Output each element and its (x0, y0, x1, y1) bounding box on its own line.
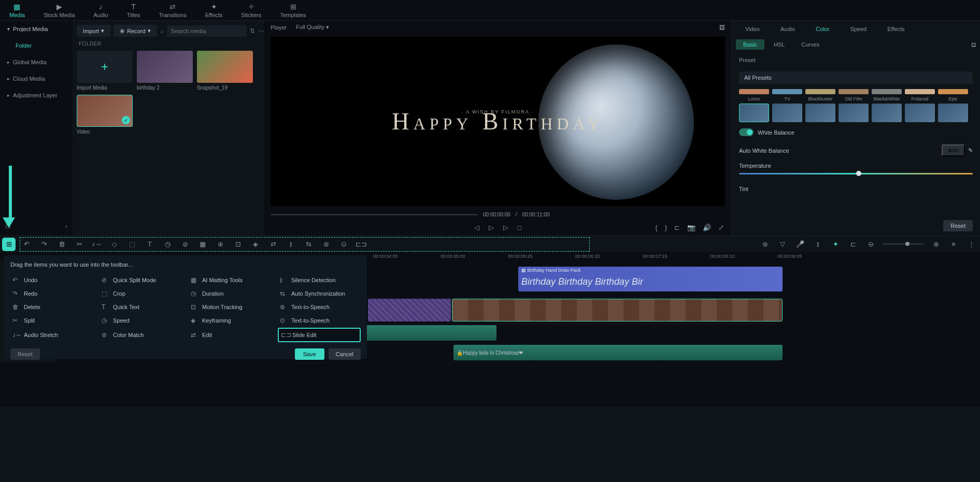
expand-icon[interactable]: ⊡ (971, 41, 976, 48)
camera-icon[interactable]: 📷 (687, 224, 695, 231)
preset-thumb[interactable] (938, 104, 968, 122)
edit-icon[interactable]: ⇄ (267, 239, 279, 250)
zoom-in-icon[interactable]: ⊕ (930, 239, 942, 250)
audio-clip-2[interactable]: 🔒 Happy kids In Christmas ❤ (453, 345, 783, 360)
popup-item-split[interactable]: ✂Split (10, 314, 93, 327)
mark-out-icon[interactable]: } (665, 224, 667, 231)
import-button[interactable]: Import ▾ (77, 25, 110, 37)
play-forward-icon[interactable]: ▷ (503, 224, 508, 231)
preset-dropdown[interactable]: All Presets (739, 71, 973, 84)
preset-thumb[interactable] (805, 104, 835, 122)
tab-effects[interactable]: Effects (878, 23, 914, 35)
swatch-tv[interactable] (772, 89, 802, 94)
quality-dropdown[interactable]: Full Quality ▾ (296, 24, 329, 31)
snapshot-icon[interactable]: 🖼 (719, 24, 725, 31)
popup-item-delete[interactable]: 🗑Delete (10, 301, 93, 313)
popup-item-stt[interactable]: ⊙Text-to-Speech (278, 314, 361, 327)
speed-icon[interactable]: ◷ (162, 239, 173, 250)
mic-icon[interactable]: 🎤 (794, 239, 806, 250)
media-import-tile[interactable]: + Import Media (77, 51, 133, 91)
popup-item-auto-sync[interactable]: ⇆Auto Synchronization (278, 287, 361, 300)
record-button[interactable]: ◉ Record ▾ (113, 25, 157, 37)
tab-color[interactable]: Color (806, 23, 839, 35)
tab-video[interactable]: Video (736, 23, 769, 35)
preset-thumb[interactable] (772, 104, 802, 122)
swatch-blockbuster[interactable] (805, 89, 835, 94)
marker-icon[interactable]: ▽ (777, 239, 788, 250)
mix-icon[interactable]: ⊛ (759, 239, 771, 250)
slide-edit-icon[interactable]: ⊏⊐ (356, 239, 367, 250)
subtab-basic[interactable]: Basic (736, 39, 764, 50)
zoom-out-icon[interactable]: ⊖ (865, 239, 876, 250)
folder-icon[interactable]: 🗀 (5, 223, 11, 230)
play-icon[interactable]: ▷ (489, 224, 494, 231)
color-match-icon[interactable]: ⊜ (179, 239, 191, 250)
collapse-icon[interactable]: ‹ (65, 223, 67, 230)
stop-icon[interactable]: □ (518, 224, 522, 231)
prev-frame-icon[interactable]: ◁ (474, 224, 479, 231)
reset-button[interactable]: Reset (943, 220, 973, 231)
tab-stock-media[interactable]: ▶Stock Media (34, 0, 84, 20)
swatch-epic[interactable] (938, 89, 968, 94)
ai-matting-icon[interactable]: ▦ (197, 239, 208, 250)
subtab-hsl[interactable]: HSL (766, 39, 792, 50)
customize-toolbar-button[interactable]: ⊞ (3, 239, 15, 250)
video-clip-purple[interactable] (368, 299, 451, 322)
popup-item-color-match[interactable]: ⊜Color Match (100, 328, 182, 342)
list-icon[interactable]: ≡ (948, 239, 959, 250)
popup-item-duration[interactable]: ◷Duration (189, 287, 272, 300)
popup-item-motion-tracking[interactable]: ⊡Motion Tracking (189, 301, 272, 313)
tab-titles[interactable]: TTitles (118, 0, 150, 20)
more-icon[interactable]: ⋮ (965, 239, 977, 250)
popup-item-undo[interactable]: ↶Undo (10, 274, 93, 286)
tab-templates[interactable]: ⊞Templates (271, 0, 315, 20)
filter-icon[interactable]: ⇅ (250, 27, 255, 35)
more-icon[interactable]: ⋯ (258, 27, 264, 35)
popup-reset-button[interactable]: Reset (10, 348, 40, 360)
tag-icon[interactable]: ◇ (109, 239, 120, 250)
text-icon[interactable]: T (144, 239, 155, 250)
swatch-lomo[interactable] (739, 89, 769, 94)
delete-icon[interactable]: 🗑 (56, 239, 67, 250)
audio-mixer-icon[interactable]: ⫿ (812, 239, 823, 250)
popup-item-slide-edit[interactable]: ⊏⊐Slide Edit (278, 328, 361, 342)
sidebar-adjustment-layer[interactable]: ▸Adjustment Layer (0, 87, 73, 104)
preset-thumb[interactable] (872, 104, 902, 122)
popup-cancel-button[interactable]: Cancel (329, 348, 361, 360)
media-item-birthday2[interactable]: birthday 2 (137, 51, 193, 91)
display-icon[interactable]: ⊏ (674, 224, 680, 231)
popup-item-speed[interactable]: ◷Speed (100, 314, 182, 327)
eyedropper-icon[interactable]: ✎ (968, 147, 973, 154)
subtab-curves[interactable]: Curves (794, 39, 827, 50)
motion-track-icon[interactable]: ⊡ (232, 239, 244, 250)
render-icon[interactable]: ⊏ (847, 239, 859, 250)
tab-transitions[interactable]: ⇄Transitions (150, 0, 196, 20)
zoom-slider[interactable] (883, 243, 924, 245)
redo-icon[interactable]: ↷ (38, 239, 50, 250)
popup-item-silence[interactable]: ⫿Silence Detection (278, 274, 361, 286)
sidebar-folder[interactable]: Folder (0, 37, 73, 54)
sidebar-global-media[interactable]: ▸Global Media (0, 54, 73, 70)
text-clip[interactable]: ▦ Birthday Hand Draw Pack Birthday Birth… (518, 267, 783, 291)
tts-icon[interactable]: ⊛ (320, 239, 332, 250)
preset-thumb[interactable] (905, 104, 935, 122)
auto-button[interactable]: Auto (942, 144, 965, 156)
fullscreen-icon[interactable]: ⤢ (718, 224, 724, 231)
tab-audio[interactable]: Audio (771, 23, 804, 35)
swatch-polaroid[interactable] (905, 89, 935, 94)
player-viewport[interactable]: · A WISH BY FILMORA · Happy Birthday (271, 37, 725, 206)
mark-in-icon[interactable]: { (655, 224, 657, 231)
popup-item-quick-text[interactable]: TQuick Text (100, 301, 182, 313)
tab-audio[interactable]: ♪Audio (84, 0, 118, 20)
undo-icon[interactable]: ↶ (21, 239, 32, 250)
swatch-bw[interactable] (872, 89, 902, 94)
search-input[interactable] (167, 25, 247, 37)
zoom-thumb[interactable] (905, 242, 910, 246)
audio-stretch-icon[interactable]: ♪↔ (91, 239, 103, 250)
tab-effects[interactable]: ✦Effects (196, 0, 232, 20)
snap-icon[interactable]: ✦ (830, 239, 841, 250)
scrub-track[interactable] (271, 214, 478, 215)
preset-thumb[interactable] (739, 104, 769, 122)
sidebar-cloud-media[interactable]: ▸Cloud Media (0, 70, 73, 87)
slider-thumb[interactable] (856, 171, 861, 176)
